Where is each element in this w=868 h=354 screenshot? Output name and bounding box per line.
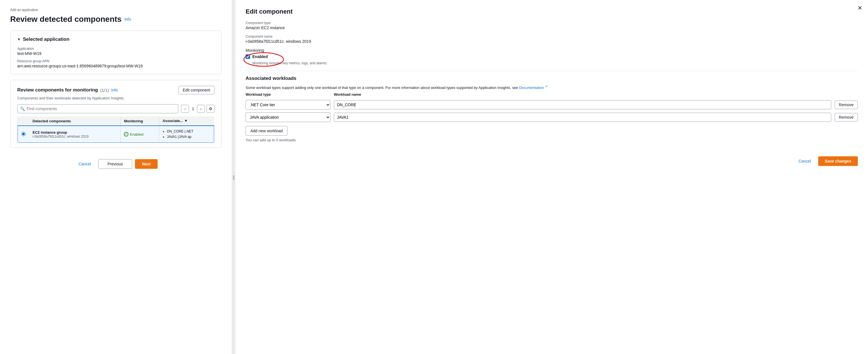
component-name-cell: EC2 instance group i-0a0858a7fd11cd51c: …: [29, 126, 121, 143]
row-radio-cell[interactable]: [18, 126, 29, 143]
cancel-button[interactable]: Cancel: [74, 159, 96, 169]
monitoring-enabled-checkbox[interactable]: [246, 54, 250, 59]
table-row[interactable]: EC2 instance group i-0a0858a7fd11cd51c: …: [18, 126, 214, 143]
selected-application-header[interactable]: ▼ Selected application: [17, 36, 214, 42]
associated-workloads-title: Associated workloads: [246, 76, 858, 81]
monitoring-status-cell: Enabled: [121, 126, 159, 143]
next-button[interactable]: Next: [135, 159, 158, 169]
workloads-list: DN_CORE (.NET JAVA1 (JAVA ap: [162, 129, 211, 140]
info-link[interactable]: Info: [124, 17, 131, 22]
component-type-value: Amazon EC2 instance: [246, 26, 858, 30]
component-type-label: Component type: [246, 21, 858, 25]
edit-component-button[interactable]: Edit component: [179, 86, 214, 94]
collapse-icon: ▼: [17, 37, 21, 41]
search-input[interactable]: [17, 104, 178, 113]
review-subtitle: Components and their workloads detected …: [17, 96, 214, 100]
associated-description: Some workload types support adding only …: [246, 84, 858, 91]
list-item: JAVA1 (JAVA ap: [167, 134, 211, 140]
workload-name-input-2[interactable]: [334, 113, 831, 122]
add-workload-button[interactable]: Add new workload: [246, 126, 287, 136]
enabled-badge: Enabled: [124, 132, 155, 137]
workload-name-header: Workload name: [334, 92, 858, 96]
application-value: test-MW-W19: [17, 51, 214, 56]
review-components-section: Review components for monitoring (1/1) I…: [10, 80, 221, 148]
workloads-limit-hint: You can add up to 5 workloads: [246, 138, 858, 142]
search-icon: 🔍: [20, 107, 25, 111]
component-name-label: Component name: [246, 34, 858, 38]
workload-name-input-1[interactable]: [334, 100, 831, 109]
workload-type-select-2[interactable]: JAVA application: [246, 112, 331, 122]
monitoring-section-label: Monitoring: [246, 48, 858, 53]
associated-header: Associate... ▼: [159, 116, 214, 125]
application-field: Application test-MW-W19: [17, 47, 214, 56]
search-bar: 🔍 ‹ 1 › ⚙: [17, 104, 214, 113]
documentation-link[interactable]: Documentation ↗: [519, 86, 548, 90]
page-title: Review detected components Info: [10, 15, 221, 24]
right-panel: ✕ Edit component Component type Amazon E…: [236, 0, 868, 354]
pagination-next-button[interactable]: ›: [197, 105, 205, 113]
remove-workload-2-button[interactable]: Remove: [835, 113, 858, 121]
review-components-header: Review components for monitoring (1/1) I…: [17, 86, 214, 94]
table-settings-button[interactable]: ⚙: [207, 105, 214, 113]
review-info-link[interactable]: Info: [111, 88, 118, 92]
resource-group-field: Resource group ARN arn:aws:resource-grou…: [17, 59, 214, 68]
resource-group-label: Resource group ARN: [17, 59, 214, 63]
selected-application-title: Selected application: [23, 36, 69, 42]
external-link-icon: ↗: [545, 85, 548, 88]
monitoring-checkbox-row: Enabled: [246, 54, 268, 59]
pagination-prev-button[interactable]: ‹: [181, 105, 189, 113]
left-panel: Add an application Review detected compo…: [0, 0, 232, 354]
panel-divider: ‖: [232, 0, 236, 354]
panel-title: Edit component: [246, 8, 858, 15]
workload-row-header: Workload type Workload name: [246, 92, 858, 98]
list-item: DN_CORE (.NET: [167, 129, 211, 134]
right-cancel-button[interactable]: Cancel: [794, 157, 815, 166]
review-count: (1/1): [100, 88, 109, 93]
radio-col-header: [18, 116, 29, 126]
detected-components-header: Detected components: [29, 116, 121, 126]
review-section-title: Review components for monitoring (1/1) I…: [17, 87, 118, 93]
page-header-label: Add an application: [10, 8, 221, 12]
application-fields: Application test-MW-W19 Resource group A…: [17, 47, 214, 68]
pagination-number: 1: [191, 107, 195, 111]
monitoring-header: Monitoring: [121, 116, 159, 126]
separator: [246, 71, 858, 71]
workload-entry-2: JAVA application Remove: [246, 112, 858, 122]
monitoring-section: Monitoring Enabled Monitoring includes k…: [246, 48, 858, 65]
close-button[interactable]: ✕: [858, 4, 862, 11]
remove-workload-1-button[interactable]: Remove: [835, 100, 858, 109]
resource-group-value: arn:aws:resource-groups:us-east-1:856960…: [17, 64, 214, 68]
component-subname: i-0a0858a7fd11cd51c: windows 2019: [33, 135, 117, 139]
workload-type-select-1[interactable]: .NET Core tier: [246, 100, 331, 110]
component-name: EC2 instance group: [33, 130, 117, 135]
pagination-controls: ‹ 1 › ⚙: [181, 105, 214, 113]
workloads-cell: DN_CORE (.NET JAVA1 (JAVA ap: [159, 126, 214, 143]
workload-entry-1: .NET Core tier Remove: [246, 100, 858, 110]
enabled-text: Enabled: [130, 132, 144, 137]
left-footer: Cancel Previous Next: [10, 153, 221, 176]
previous-button[interactable]: Previous: [98, 159, 132, 169]
components-table: Detected components Monitoring Associate…: [17, 116, 214, 143]
search-wrapper: 🔍: [17, 104, 178, 113]
monitoring-enabled-label: Enabled: [252, 54, 268, 59]
right-footer: Cancel Save changes: [246, 151, 858, 173]
application-label: Application: [17, 47, 214, 51]
monitoring-hint: Monitoring includes key metrics, logs, a…: [252, 61, 858, 65]
component-name-value: i-0a0858a7fd11cd51c: windows 2019: [246, 39, 858, 43]
row-radio[interactable]: [21, 132, 26, 136]
selected-application-card: ▼ Selected application Application test-…: [10, 31, 221, 74]
sort-icon: ▼: [184, 119, 188, 123]
workload-type-header: Workload type: [246, 92, 331, 96]
enabled-dot-icon: [124, 132, 128, 137]
save-changes-button[interactable]: Save changes: [818, 156, 858, 166]
